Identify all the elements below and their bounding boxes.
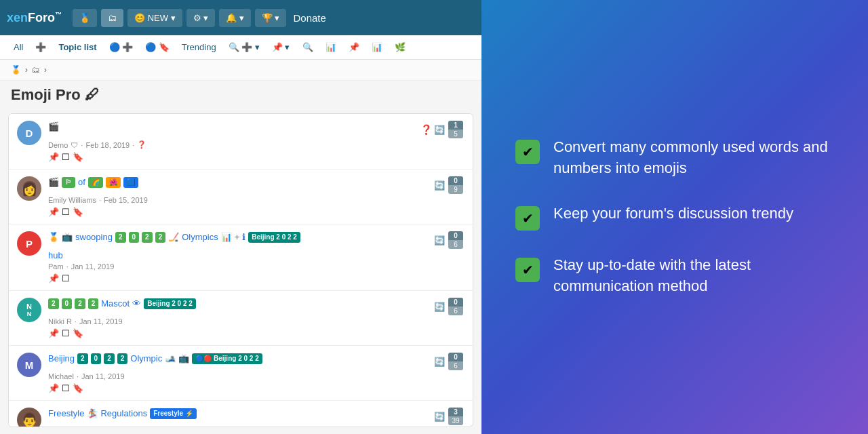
snav-blue-plus[interactable]: 🔵 ➕ bbox=[104, 39, 139, 55]
thread-icons: ❓ 🔄 1 5 bbox=[420, 121, 465, 138]
snav-chart-btn[interactable]: 📊 bbox=[320, 39, 342, 55]
topic-meta: Emily Williams · Feb 15, 2019 bbox=[48, 196, 465, 204]
snav-pin-btn[interactable]: 📌 bbox=[343, 39, 365, 55]
table-row: NN 2 0 2 2 Mascot 👁 Beijing 2 0 2 2 🔄 bbox=[9, 291, 473, 346]
snav-trending[interactable]: Trending bbox=[176, 39, 222, 55]
share-action[interactable]: 🔖 bbox=[73, 152, 83, 162]
check-icon-1: ✔ bbox=[515, 140, 540, 164]
counter-top: 0 bbox=[448, 353, 463, 361]
pin-action[interactable]: 📌 bbox=[48, 273, 59, 283]
nav-donate-button[interactable]: Donate bbox=[293, 12, 326, 24]
topic-title[interactable]: Beijing 2 0 2 2 Olympic 🎿 📺 🔵🔴 Beijing 2… bbox=[48, 353, 262, 365]
reply-icon[interactable]: 🔄 bbox=[434, 125, 445, 135]
topic-icon: 🎬 bbox=[48, 176, 59, 189]
topic-content: 2 0 2 2 Mascot 👁 Beijing 2 0 2 2 🔄 0 6 bbox=[48, 298, 465, 338]
pin-action[interactable]: 📌 bbox=[48, 152, 59, 162]
title-link[interactable]: Freestyle bbox=[48, 408, 84, 420]
check-action[interactable]: ☐ bbox=[62, 273, 70, 283]
topic-content: 🎬 ❓ 🔄 1 5 Demo 🛡 · Feb 18, 2 bbox=[48, 121, 465, 162]
counter-top: 0 bbox=[448, 176, 463, 185]
nav-new-button[interactable]: 😊 NEW ▾ bbox=[127, 9, 182, 27]
icon-puck: 🏒 bbox=[168, 231, 179, 243]
check-action[interactable]: ☐ bbox=[62, 383, 70, 393]
reply-counter: 3 39 bbox=[447, 408, 465, 425]
title-link2[interactable]: Regulations bbox=[100, 408, 147, 420]
avatar: 👩 bbox=[17, 176, 41, 201]
counter-bot: 39 bbox=[448, 416, 463, 425]
tag-beijing-badge: 🔵🔴 Beijing 2 0 2 2 bbox=[192, 353, 262, 364]
topic-content: Beijing 2 0 2 2 Olympic 🎿 📺 🔵🔴 Beijing 2… bbox=[48, 353, 465, 393]
nav-forum-button[interactable]: 🗂 bbox=[101, 9, 123, 27]
meta-sep: · bbox=[66, 262, 68, 271]
reply-counter: 0 6 bbox=[447, 353, 465, 370]
olympic-link[interactable]: Olympic bbox=[130, 353, 162, 365]
avatar: D bbox=[17, 121, 41, 145]
nav-trophy-button[interactable]: 🏆 ▾ bbox=[255, 9, 287, 27]
tag-2b: 2 bbox=[75, 298, 85, 309]
topic-title[interactable]: 🎬 bbox=[48, 121, 59, 133]
snav-search-plus[interactable]: 🔍 ➕ ▾ bbox=[223, 39, 265, 55]
reply-icon[interactable]: 🔄 bbox=[434, 180, 445, 191]
nav-home-button[interactable]: 🏅 bbox=[73, 9, 97, 27]
feature-item-3: ✔ Stay up-to-date with the latest commun… bbox=[515, 255, 834, 297]
topic-title[interactable]: 🏅 📺 swooping 2 0 2 2 🏒 Olympics 📊 + ℹ Be… bbox=[48, 231, 300, 243]
counter-top: 3 bbox=[448, 408, 463, 416]
page-title: Emoji Pro 🖊 bbox=[0, 81, 481, 106]
topic-title[interactable]: 2 0 2 2 Mascot 👁 Beijing 2 0 2 2 bbox=[48, 298, 196, 310]
reply-icon[interactable]: 🔄 bbox=[434, 357, 445, 367]
snav-search-icon-btn[interactable]: 🔍 bbox=[297, 39, 319, 55]
feature-text-1: Convert many commonly used words and num… bbox=[553, 137, 834, 179]
meta-user[interactable]: Emily Williams bbox=[48, 196, 96, 204]
reply-icon[interactable]: 🔄 bbox=[434, 302, 445, 312]
breadcrumb-sep2: › bbox=[44, 65, 47, 75]
meta-sep: · bbox=[81, 141, 83, 149]
snav-leaf-btn[interactable]: 🌿 bbox=[389, 39, 411, 55]
snav-topiclist[interactable]: Topic list bbox=[53, 39, 102, 55]
breadcrumb-forum[interactable]: 🗂 bbox=[32, 65, 40, 75]
eye-icon: 👁 bbox=[132, 298, 141, 310]
breadcrumb-home[interactable]: 🏅 bbox=[11, 65, 21, 75]
meta-user[interactable]: Demo bbox=[48, 141, 68, 149]
reply-icon[interactable]: 🔄 bbox=[434, 412, 445, 422]
check-action[interactable]: ☐ bbox=[62, 207, 70, 217]
snav-chart2-btn[interactable]: 📊 bbox=[366, 39, 388, 55]
icon-tv: 📺 bbox=[178, 353, 189, 365]
share-action[interactable]: 🔖 bbox=[73, 328, 83, 338]
topic-meta: Pam · Jan 11, 2019 bbox=[48, 262, 465, 271]
counter-top: 1 bbox=[448, 121, 463, 130]
snav-pin-dropdown[interactable]: 📌 ▾ bbox=[267, 39, 296, 55]
snav-plus[interactable]: ➕ bbox=[30, 39, 52, 55]
pin-action[interactable]: 📌 bbox=[48, 328, 59, 338]
hub-link[interactable]: hub bbox=[48, 250, 63, 260]
meta-user[interactable]: Michael bbox=[48, 372, 74, 380]
pin-action[interactable]: 📌 bbox=[48, 207, 59, 217]
title-link[interactable]: Mascot bbox=[101, 298, 130, 310]
meta-date: Feb 18, 2019 bbox=[85, 141, 130, 149]
olympics-link[interactable]: Olympics bbox=[182, 231, 218, 243]
title-link[interactable]: swooping bbox=[75, 231, 113, 243]
snav-all[interactable]: All bbox=[8, 39, 28, 55]
topic-title[interactable]: Freestyle 🏂 Regulations Freestyle ⚡ bbox=[48, 408, 197, 420]
thread-icons: 🔄 3 39 bbox=[434, 408, 465, 425]
check-action[interactable]: ☐ bbox=[62, 152, 70, 162]
title-link[interactable]: Beijing bbox=[48, 353, 75, 365]
check-action[interactable]: ☐ bbox=[62, 328, 70, 338]
reply-icon[interactable]: 🔄 bbox=[434, 235, 445, 245]
pin-action[interactable]: 📌 bbox=[48, 383, 59, 393]
tag-beijing: Beijing 2 0 2 2 bbox=[144, 298, 196, 309]
icon1: 🏅 bbox=[48, 231, 59, 243]
nav-alerts-button[interactable]: 🔔 ▾ bbox=[219, 9, 251, 27]
snav-blue-bookmark[interactable]: 🔵 🔖 bbox=[140, 39, 175, 55]
meta-user[interactable]: Pam bbox=[48, 262, 64, 271]
table-row: P 🏅 📺 swooping 2 0 2 2 🏒 Olympics 📊 + bbox=[9, 224, 473, 291]
action-icons: 📌 ☐ bbox=[48, 273, 465, 283]
tag-of: of bbox=[78, 176, 85, 189]
meta-date: Jan 11, 2019 bbox=[79, 317, 123, 326]
meta-user[interactable]: Nikki R bbox=[48, 317, 72, 326]
nav-settings-button[interactable]: ⚙ ▾ bbox=[186, 9, 216, 27]
topic-title[interactable]: 🎬 🏳 of 🌈 🌺 🟦 bbox=[48, 176, 138, 189]
share-action[interactable]: 🔖 bbox=[73, 383, 83, 393]
avatar: NN bbox=[17, 298, 41, 322]
meta-date: Jan 11, 2019 bbox=[71, 262, 115, 271]
share-action[interactable]: 🔖 bbox=[73, 207, 83, 217]
